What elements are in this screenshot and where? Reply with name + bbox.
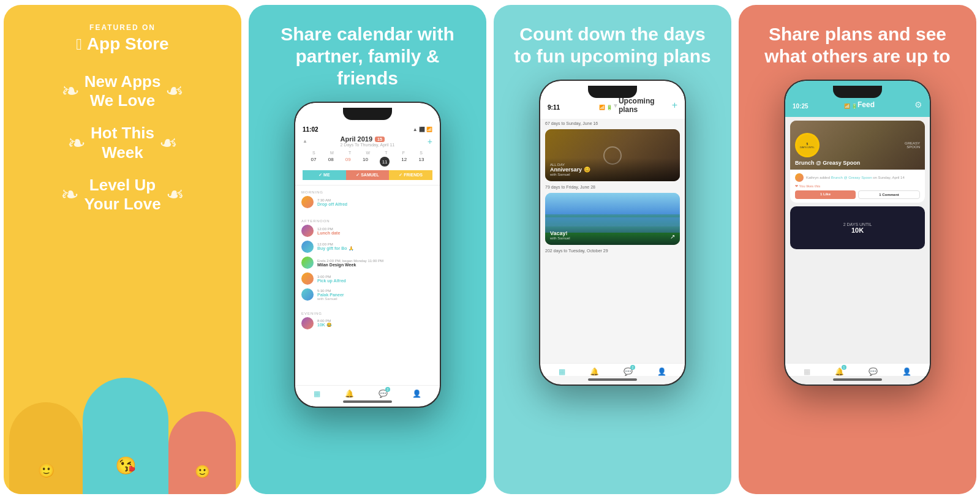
nav-profile-3-icon[interactable]: 👤 <box>657 367 666 376</box>
nav-bell-4-icon[interactable]: 🔔1 <box>835 367 844 376</box>
feed-event-title: Brunch @ Greasy Spoon <box>795 160 860 166</box>
award-new-apps: ❧ New AppsWe Love ❧ <box>16 72 229 110</box>
avatar-2 <box>301 225 314 237</box>
event-gift: 12:00 PM Buy gift for Bo 🙏 <box>301 241 434 253</box>
phone-2-notch <box>343 108 392 120</box>
event-3-title: Buy gift for Bo 🙏 <box>317 246 434 251</box>
phone-3-notch <box>588 86 637 98</box>
apple-icon:  <box>76 35 82 54</box>
chevron-down-icon: ▼ <box>612 102 619 109</box>
status-icons-4: 📶 🔋 <box>844 103 858 109</box>
screen-3-title: Upcoming plans <box>619 97 672 114</box>
event-1-title: Drop off Alfred <box>317 202 434 206</box>
afternoon-label: AFTERNOON <box>301 219 434 223</box>
award-text-3: Level UpYour Love <box>84 176 160 214</box>
plan-1-name: Anniversary 😊 <box>550 167 675 173</box>
date-08: 08 <box>328 157 334 167</box>
mascot-yellow-face: 🙂 <box>38 463 55 479</box>
phone-2-wrapper: 11:02 ▲ ⬛ 📶 ▲ April 2019 15 2 Days To Th… <box>261 102 474 476</box>
plan-2-with: with Samuel <box>550 236 570 240</box>
screen-3: 9:11 📶 🔋 ▼ Upcoming plans + 67 days to S… <box>540 81 685 385</box>
phone-4-notch <box>833 86 882 98</box>
calendar-tabs: ✓ ME ✓ SAMUEL ✓ FRIENDS <box>303 170 432 180</box>
tab-samuel[interactable]: ✓ SAMUEL <box>346 170 390 180</box>
nav-calendar-icon[interactable]: ▦ <box>314 389 320 398</box>
panel-feed: Share plans and see what others are up t… <box>739 5 976 494</box>
bottom-nav-4: ▦ 🔔1 💬 👤 <box>785 363 930 376</box>
morning-label: MORNING <box>301 190 434 194</box>
tab-me[interactable]: ✓ ME <box>303 170 346 180</box>
status-time-2: 11:02 <box>303 126 318 133</box>
mascot-teal-face: 😘 <box>115 456 137 476</box>
nav-bell-icon[interactable]: 🔔 <box>345 389 354 398</box>
screen-2: 11:02 ▲ ⬛ 📶 ▲ April 2019 15 2 Days To Th… <box>295 103 440 407</box>
nav-calendar-4-icon[interactable]: ▦ <box>804 367 810 376</box>
phone-3-screen: 9:11 📶 🔋 ▼ Upcoming plans + 67 days to S… <box>540 81 685 385</box>
calendar-title: April 2019 <box>341 135 373 143</box>
calendar-add-icon[interactable]: + <box>428 137 432 146</box>
date-09: 09 <box>345 157 351 167</box>
status-icons-2: ▲ ⬛ 📶 <box>413 127 432 132</box>
laurel-right-2-icon: ❧ <box>159 130 178 156</box>
nav-chat-4-icon[interactable]: 💬 <box>869 367 878 376</box>
plans-list: 67 days to Sunday, June 16 ALL DAY Anniv <box>540 119 685 385</box>
avatar-kathryn <box>795 173 804 182</box>
event-7-title: 10K 😂 <box>317 323 434 328</box>
mascot-yellow: 🙂 <box>9 402 83 494</box>
plan-card-2[interactable]: Vacay! with Samuel ↗ <box>545 193 680 245</box>
share-icon[interactable]: ↗ <box>670 233 675 240</box>
plan-1-overlay: ALL DAY Anniversary 😊 with Samuel <box>545 158 680 181</box>
comment-button[interactable]: 1 Comment <box>858 190 920 199</box>
event-6-sub: with Samuel <box>317 297 434 301</box>
featured-label: FEATURED ON <box>89 23 156 32</box>
event-3-info: 12:00 PM Buy gift for Bo 🙏 <box>317 242 434 251</box>
likes-label: ❤ You likes this <box>795 184 920 188</box>
event-5-info: 3:00 PM Pick up Alfred <box>317 275 434 283</box>
add-plan-icon[interactable]: + <box>672 100 677 111</box>
phone-4: 10:25 📶 🔋 Feed ⚙ <box>784 80 931 386</box>
nav-calendar-3-icon[interactable]: ▦ <box>559 367 565 376</box>
feed-settings-icon[interactable]: ⚙ <box>914 100 922 110</box>
afternoon-section: AFTERNOON 12:00 PM Lunch date <box>295 214 440 307</box>
laurel-right-icon: ❧ <box>165 78 184 104</box>
plan-2-overlay: Vacay! with Samuel ↗ <box>545 225 680 245</box>
feed-card-brunch[interactable]: 5 DAYS UNTIL GREASY SPOON Brunch @ Greas… <box>790 121 925 203</box>
tab-friends[interactable]: ✓ FRIENDS <box>389 170 432 180</box>
phone-4-home-bar <box>833 378 882 381</box>
event-2-title: Lunch date <box>317 231 434 235</box>
avatar-7 <box>301 317 314 329</box>
laurel-left-3-icon: ❧ <box>61 182 79 208</box>
phone-4-wrapper: 10:25 📶 🔋 Feed ⚙ <box>751 80 964 476</box>
schedule-list: MORNING 7:30 AM Drop off Alfred AFTERNOO… <box>295 186 440 407</box>
nav-bell-3-icon[interactable]: 🔔 <box>590 367 599 376</box>
panel-calendar: Share calendar with partner, family & fr… <box>249 5 486 494</box>
plan-card-1[interactable]: ALL DAY Anniversary 😊 with Samuel <box>545 129 680 181</box>
avatar-4 <box>301 257 314 269</box>
award-hot-week: ❧ Hot ThisWeek ❧ <box>16 124 229 162</box>
countdown-1-label: 67 days to Sunday, June 16 <box>545 121 680 126</box>
status-time-4: 10:25 <box>793 103 809 110</box>
chevron-up-icon: ▲ <box>303 138 307 144</box>
event-4-title: Milan Design Week <box>317 263 434 267</box>
bottom-nav-3: ▦ 🔔 💬2 👤 <box>540 363 685 376</box>
date-12: 12 <box>401 157 407 167</box>
laurel-left-2-icon: ❧ <box>67 130 86 156</box>
mascot-red-face: 🙂 <box>195 464 210 479</box>
feed-card-10k[interactable]: 2 DAYS UNTIL 10K <box>790 206 925 249</box>
mascot-red: 🙂 <box>168 411 236 494</box>
nav-profile-4-icon[interactable]: 👤 <box>902 367 911 376</box>
nav-chat-icon[interactable]: 💬2 <box>379 389 388 398</box>
like-button[interactable]: 1 Like <box>795 190 856 199</box>
nav-chat-3-icon[interactable]: 💬2 <box>624 367 633 376</box>
nav-profile-icon[interactable]: 👤 <box>412 389 421 398</box>
calendar-badge: 15 <box>375 137 385 142</box>
status-icons-3: 📶 🔋 <box>599 105 612 110</box>
nav-chat-badge: 2 <box>385 387 390 392</box>
phone-3-home-bar <box>588 378 637 381</box>
phone-2-screen: 11:02 ▲ ⬛ 📶 ▲ April 2019 15 2 Days To Th… <box>295 103 440 407</box>
award-level-up: ❧ Level UpYour Love ❧ <box>16 176 229 214</box>
nav-bell-4-badge: 1 <box>842 365 846 370</box>
phone-4-screen: 10:25 📶 🔋 Feed ⚙ <box>785 81 930 385</box>
feed-meta-text: Kathryn added Brunch @ Greasy Spoon on S… <box>806 176 905 179</box>
avatar-6 <box>301 288 314 301</box>
